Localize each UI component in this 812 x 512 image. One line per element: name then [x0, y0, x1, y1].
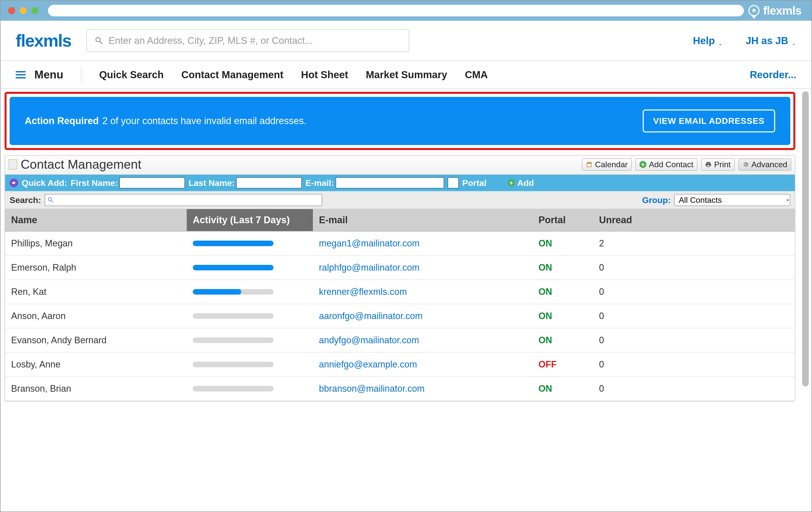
email-input[interactable] [336, 177, 444, 188]
cell-unread: 0 [593, 377, 795, 401]
panel-toolbar: Calendar + Add Contact Print Advance [582, 158, 791, 171]
quick-add-button[interactable]: + Add [508, 178, 534, 188]
nav-reorder[interactable]: Reorder... [750, 69, 796, 81]
table-row[interactable]: Phillips, Meganmegan1@mailinator.comON2 [5, 231, 795, 255]
cell-email: anniefgo@example.com [313, 352, 532, 377]
cell-portal: ON [532, 377, 593, 401]
email-link[interactable]: ralphfgo@mailinator.com [319, 262, 419, 273]
help-menu[interactable]: Help [693, 35, 723, 47]
divider [81, 67, 82, 83]
panel-header: Contact Management Calendar + Add Contac… [5, 156, 795, 175]
brand-pin-icon [748, 5, 759, 16]
print-button[interactable]: Print [701, 158, 735, 171]
window-titlebar: flexmls [0, 0, 812, 21]
contact-search-box[interactable] [45, 194, 322, 206]
contact-management-panel: Contact Management Calendar + Add Contac… [4, 155, 795, 401]
cell-unread: 0 [593, 280, 795, 304]
advanced-button[interactable]: Advanced [738, 158, 791, 171]
search-icon [47, 197, 54, 204]
close-window-icon[interactable] [8, 7, 15, 14]
portal-checkbox[interactable] [447, 177, 459, 188]
email-link[interactable]: anniefgo@example.com [319, 359, 417, 369]
cell-email: aaronfgo@mailinator.com [313, 304, 532, 328]
add-contact-label: Add Contact [649, 160, 693, 169]
table-row[interactable]: Evanson, Andy Bernardandyfgo@mailinator.… [5, 328, 795, 352]
maximize-window-icon[interactable] [31, 7, 38, 14]
menu-label: Menu [34, 68, 63, 81]
plus-icon: + [508, 179, 515, 186]
email-link[interactable]: andyfgo@mailinator.com [319, 335, 419, 345]
action-required-alert: Action Required 2 of your contacts have … [9, 97, 790, 145]
table-row[interactable]: Branson, Brianbbranson@mailinator.comON0 [5, 377, 795, 401]
brand-text: flexmls [763, 4, 802, 18]
scroll-thumb[interactable] [802, 91, 809, 386]
calendar-button[interactable]: Calendar [582, 158, 632, 171]
user-label: JH as JB [746, 35, 788, 47]
contacts-table: Name Activity (Last 7 Days) E-mail Porta… [5, 209, 795, 401]
search-label: Search: [9, 195, 41, 205]
col-name[interactable]: Name [5, 209, 187, 231]
table-row[interactable]: Emerson, Ralphralphfgo@mailinator.comON0 [5, 255, 795, 280]
table-body: Phillips, Meganmegan1@mailinator.comON2E… [5, 231, 795, 401]
col-activity[interactable]: Activity (Last 7 Days) [187, 209, 313, 231]
panel-title: Contact Management [8, 157, 141, 172]
table-row[interactable]: Anson, Aaronaaronfgo@mailinator.comON0 [5, 304, 795, 328]
main-nav: Menu Quick Search Contact Management Hot… [0, 61, 812, 89]
cell-activity [187, 280, 313, 304]
alert-text: 2 of your contacts have invalid email ad… [102, 116, 306, 126]
global-search[interactable] [86, 29, 409, 52]
cell-activity [187, 255, 313, 280]
nav-cma[interactable]: CMA [465, 69, 488, 81]
col-unread[interactable]: Unread [593, 209, 795, 231]
first-name-input[interactable] [119, 177, 185, 188]
content: Action Required 2 of your contacts have … [0, 89, 800, 512]
quick-add-label: Quick Add: [22, 178, 67, 188]
chevron-down-icon [791, 38, 796, 43]
nav-market-summary[interactable]: Market Summary [366, 69, 447, 81]
filter-bar: Search: Group: All Contacts [5, 191, 795, 209]
global-search-input[interactable] [109, 35, 401, 46]
print-icon [705, 161, 712, 168]
last-name-input[interactable] [236, 177, 302, 188]
group-label: Group: [642, 195, 671, 205]
nav-quick-search[interactable]: Quick Search [99, 69, 164, 81]
browser-url-bar[interactable] [48, 5, 744, 17]
cell-name: Ren, Kat [5, 280, 187, 304]
col-email[interactable]: E-mail [313, 209, 532, 231]
cell-name: Evanson, Andy Bernard [5, 328, 187, 352]
nav-hot-sheet[interactable]: Hot Sheet [301, 69, 348, 81]
scrollbar[interactable] [800, 89, 812, 512]
cell-email: ralphfgo@mailinator.com [313, 255, 532, 280]
group-select[interactable]: All Contacts [674, 194, 790, 206]
quick-add-bar: Quick Add: First Name: Last Name: E-mail… [5, 175, 795, 191]
cell-name: Anson, Aaron [5, 304, 187, 328]
add-contact-button[interactable]: + Add Contact [635, 158, 697, 171]
minimize-window-icon[interactable] [20, 7, 27, 14]
window-controls [8, 7, 38, 14]
alert-highlight-frame: Action Required 2 of your contacts have … [4, 92, 795, 150]
cell-email: krenner@flexmls.com [313, 280, 532, 304]
cell-activity [187, 304, 313, 328]
email-link[interactable]: bbranson@mailinator.com [319, 383, 425, 394]
cell-unread: 0 [593, 255, 795, 280]
logo[interactable]: flexmls [16, 31, 71, 51]
cell-portal: ON [532, 255, 593, 280]
app-window: flexmls flexmls Help JH as JB Menu Quick… [0, 0, 812, 512]
user-menu[interactable]: JH as JB [746, 35, 796, 47]
email-link[interactable]: krenner@flexmls.com [319, 287, 407, 297]
menu-button[interactable]: Menu [16, 68, 63, 81]
email-link[interactable]: aaronfgo@mailinator.com [319, 311, 423, 321]
table-row[interactable]: Ren, Katkrenner@flexmls.comON0 [5, 280, 795, 304]
table-row[interactable]: Losby, Anneanniefgo@example.comOFF0 [5, 352, 795, 377]
email-link[interactable]: megan1@mailinator.com [319, 238, 419, 248]
app-header: flexmls Help JH as JB [0, 21, 812, 61]
nav-contact-management[interactable]: Contact Management [181, 69, 284, 81]
cell-portal: ON [532, 280, 593, 304]
contact-card-icon [8, 159, 17, 170]
quick-add-icon [9, 179, 18, 187]
table-header-row: Name Activity (Last 7 Days) E-mail Porta… [5, 209, 795, 231]
portal-label: Portal [462, 178, 487, 188]
col-portal[interactable]: Portal [532, 209, 593, 231]
view-email-addresses-button[interactable]: VIEW EMAIL ADDRESSES [643, 110, 775, 132]
alert-message: Action Required 2 of your contacts have … [25, 116, 306, 126]
